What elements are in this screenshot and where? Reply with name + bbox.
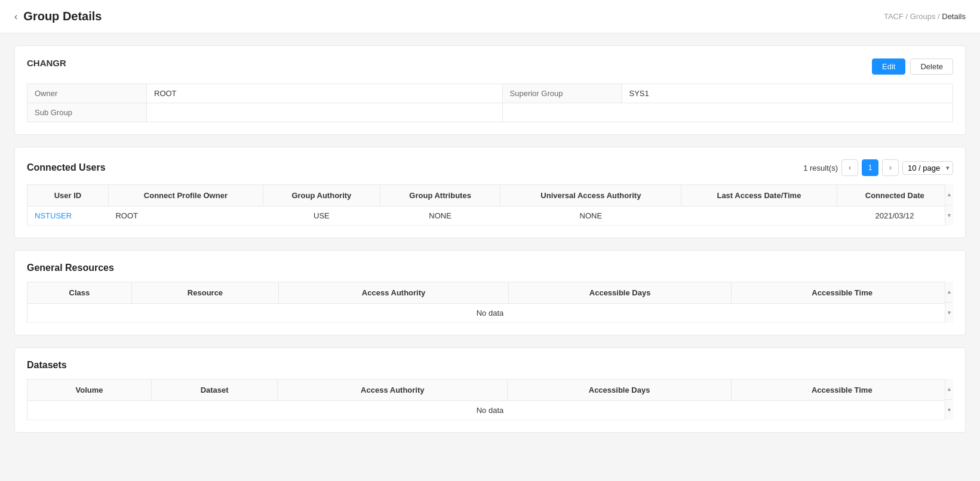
general-resources-card: General Resources Class Resource Access …: [14, 250, 966, 335]
delete-button[interactable]: Delete: [910, 58, 953, 75]
sub-group-label: Sub Group: [27, 103, 147, 122]
table-row: Sub Group: [27, 103, 953, 122]
general-resources-table: Class Resource Access Authority Accessib…: [27, 282, 953, 323]
col-class: Class: [27, 282, 132, 304]
group-info-card: CHANGR Edit Delete Owner ROOT Superior G…: [14, 45, 966, 135]
page-size-wrapper: 10 / page 20 / page 50 / page: [902, 161, 953, 175]
general-resources-table-wrapper: Class Resource Access Authority Accessib…: [27, 282, 953, 323]
col-user-id: User ID: [27, 185, 109, 206]
col-volume: Volume: [27, 380, 152, 401]
general-resources-header: General Resources: [27, 263, 953, 273]
scroll-down[interactable]: ▼: [945, 303, 953, 323]
user-id-link[interactable]: NSTUSER: [27, 206, 109, 226]
group-name: CHANGR: [27, 58, 66, 68]
page-header: ‹ Group Details TACF / Groups / Details: [0, 0, 980, 33]
col-access-authority: Access Authority: [279, 282, 509, 304]
no-data-row: No data: [27, 304, 953, 323]
table-row: NSTUSER ROOT USE NONE NONE 2021/03/12: [27, 206, 953, 226]
datasets-table-wrapper: Volume Dataset Access Authority Accessib…: [27, 379, 953, 420]
connected-users-table-wrapper: User ID Connect Profile Owner Group Auth…: [27, 184, 953, 226]
no-data-cell: No data: [27, 401, 953, 420]
group-authority-cell: USE: [263, 206, 380, 226]
scroll-arrows: ▲ ▼: [945, 379, 953, 420]
main-content: CHANGR Edit Delete Owner ROOT Superior G…: [0, 33, 980, 445]
group-info-header: CHANGR Edit Delete: [27, 58, 953, 75]
scroll-up[interactable]: ▲: [945, 184, 953, 205]
superior-group-label: Superior Group: [502, 84, 622, 103]
no-data-cell: No data: [27, 304, 953, 323]
page-size-select[interactable]: 10 / page 20 / page 50 / page: [902, 161, 953, 175]
col-accessible-time: Accessible Time: [732, 282, 953, 304]
col-resource: Resource: [131, 282, 279, 304]
prev-page-button[interactable]: ‹: [841, 159, 858, 176]
col-last-access: Last Access Date/Time: [681, 185, 837, 206]
group-attributes-cell: NONE: [380, 206, 500, 226]
connected-users-pagination: 1 result(s) ‹ 1 › 10 / page 20 / page 50…: [803, 159, 953, 176]
last-access-cell: [681, 206, 837, 226]
datasets-table: Volume Dataset Access Authority Accessib…: [27, 379, 953, 420]
owner-label: Owner: [27, 84, 147, 103]
page-title: Group Details: [23, 10, 102, 23]
superior-group-value: SYS1: [622, 84, 953, 103]
back-button[interactable]: ‹: [14, 11, 17, 22]
col-group-attributes: Group Attributes: [380, 185, 500, 206]
connect-profile-owner-cell: ROOT: [108, 206, 263, 226]
scroll-down[interactable]: ▼: [945, 205, 953, 226]
universal-access-cell: NONE: [500, 206, 681, 226]
col-connected-date: Connected Date: [837, 185, 953, 206]
no-data-row: No data: [27, 401, 953, 420]
col-dataset: Dataset: [152, 380, 278, 401]
table-header-row: Volume Dataset Access Authority Accessib…: [27, 380, 953, 401]
scroll-up[interactable]: ▲: [945, 282, 953, 303]
general-resources-title: General Resources: [27, 263, 114, 273]
col-accessible-time: Accessible Time: [731, 380, 953, 401]
table-header-row: User ID Connect Profile Owner Group Auth…: [27, 185, 953, 206]
sub-group-value: [147, 103, 503, 122]
connected-users-table: User ID Connect Profile Owner Group Auth…: [27, 184, 953, 226]
col-universal-access-authority: Universal Access Authority: [500, 185, 681, 206]
group-action-buttons: Edit Delete: [872, 58, 953, 75]
edit-button[interactable]: Edit: [872, 58, 905, 75]
next-page-button[interactable]: ›: [882, 159, 899, 176]
scroll-arrows: ▲ ▼: [945, 184, 953, 226]
breadcrumb-tacf[interactable]: TACF: [884, 12, 904, 21]
owner-value: ROOT: [147, 84, 503, 103]
scroll-arrows: ▲ ▼: [945, 282, 953, 323]
col-accessible-days: Accessible Days: [508, 380, 731, 401]
table-row: Owner ROOT Superior Group SYS1: [27, 84, 953, 103]
connected-users-title: Connected Users: [27, 162, 106, 173]
breadcrumb: TACF / Groups / Details: [884, 12, 966, 21]
datasets-card: Datasets Volume Dataset Access Authority…: [14, 347, 966, 433]
scroll-down[interactable]: ▼: [945, 400, 953, 420]
group-detail-table: Owner ROOT Superior Group SYS1 Sub Group: [27, 84, 953, 122]
col-accessible-days: Accessible Days: [508, 282, 731, 304]
connected-date-cell: 2021/03/12: [837, 206, 953, 226]
scroll-up[interactable]: ▲: [945, 379, 953, 400]
empty-cell: [502, 103, 953, 122]
datasets-header: Datasets: [27, 360, 953, 371]
table-header-row: Class Resource Access Authority Accessib…: [27, 282, 953, 304]
page-1-button[interactable]: 1: [862, 159, 878, 176]
datasets-title: Datasets: [27, 360, 67, 371]
col-access-authority: Access Authority: [278, 380, 508, 401]
breadcrumb-details: Details: [942, 12, 966, 21]
col-group-authority: Group Authority: [263, 185, 380, 206]
connected-users-header: Connected Users 1 result(s) ‹ 1 › 10 / p…: [27, 159, 953, 176]
connected-users-card: Connected Users 1 result(s) ‹ 1 › 10 / p…: [14, 147, 966, 238]
header-left: ‹ Group Details: [14, 10, 102, 23]
col-connect-profile-owner: Connect Profile Owner: [108, 185, 263, 206]
breadcrumb-groups[interactable]: Groups: [910, 12, 936, 21]
results-count: 1 result(s): [803, 164, 838, 172]
